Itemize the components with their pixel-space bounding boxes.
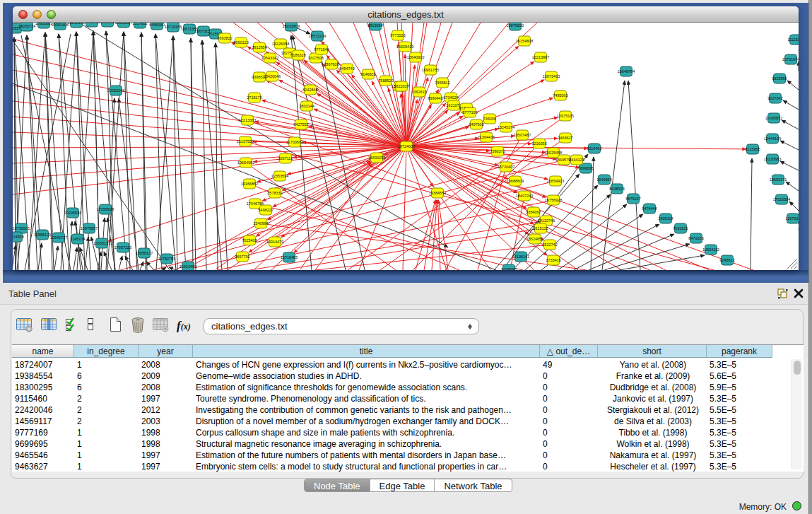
svg-text:9463627: 9463627 <box>558 136 572 140</box>
svg-text:1822037: 1822037 <box>394 84 408 88</box>
svg-text:15716485: 15716485 <box>281 255 298 259</box>
svg-text:16648784: 16648784 <box>618 69 635 74</box>
svg-text:8186328: 8186328 <box>290 53 305 57</box>
svg-text:20206526: 20206526 <box>64 211 81 215</box>
svg-text:16961755: 16961755 <box>422 68 439 72</box>
svg-text:12942737: 12942737 <box>50 235 67 240</box>
svg-text:17359928: 17359928 <box>97 207 114 211</box>
svg-text:17016504: 17016504 <box>773 197 790 201</box>
svg-text:16782759: 16782759 <box>158 257 175 261</box>
svg-text:11123251: 11123251 <box>787 37 799 42</box>
svg-text:9474444: 9474444 <box>642 206 657 211</box>
svg-text:12213967: 12213967 <box>532 55 549 59</box>
svg-text:9699695: 9699695 <box>501 267 516 270</box>
svg-text:18724007: 18724007 <box>398 144 415 148</box>
svg-text:16653338: 16653338 <box>99 23 116 24</box>
svg-text:9777169: 9777169 <box>462 110 477 115</box>
svg-text:8444123: 8444123 <box>569 158 584 162</box>
svg-text:9605212: 9605212 <box>84 23 99 24</box>
svg-text:6899695: 6899695 <box>578 166 593 170</box>
svg-text:8215955: 8215955 <box>745 147 760 151</box>
svg-text:8660123: 8660123 <box>233 40 248 45</box>
svg-text:12505135: 12505135 <box>93 241 110 245</box>
svg-text:6216055: 6216055 <box>531 141 546 146</box>
svg-text:9914553: 9914553 <box>13 235 24 239</box>
svg-text:19166852: 19166852 <box>241 182 258 186</box>
svg-text:3912954: 3912954 <box>252 45 266 49</box>
svg-text:7632621: 7632621 <box>673 226 688 230</box>
svg-text:9327508: 9327508 <box>308 56 323 60</box>
svg-text:1733426: 1733426 <box>546 258 560 262</box>
svg-text:10719155: 10719155 <box>165 25 182 29</box>
svg-text:16154808: 16154808 <box>516 39 533 43</box>
svg-text:8242848: 8242848 <box>302 88 317 92</box>
svg-text:12093872: 12093872 <box>765 116 782 120</box>
svg-text:10210683: 10210683 <box>764 157 781 161</box>
svg-text:21364436: 21364436 <box>478 135 495 139</box>
svg-text:1362615: 1362615 <box>411 90 426 94</box>
svg-text:6734024: 6734024 <box>443 95 458 100</box>
svg-text:2803144: 2803144 <box>299 104 314 108</box>
svg-text:19654982: 19654982 <box>237 160 254 165</box>
svg-text:14055724: 14055724 <box>18 24 35 28</box>
svg-text:10688609: 10688609 <box>507 179 524 183</box>
svg-text:18755001: 18755001 <box>13 226 30 230</box>
svg-text:7386372: 7386372 <box>490 149 505 153</box>
svg-text:15720407: 15720407 <box>498 165 514 169</box>
svg-text:9227342: 9227342 <box>767 96 782 100</box>
svg-text:10507487: 10507487 <box>514 133 531 137</box>
svg-text:8938923: 8938923 <box>609 187 624 191</box>
svg-text:10655267: 10655267 <box>115 23 132 25</box>
svg-text:7588520: 7588520 <box>378 78 393 83</box>
svg-text:12923468: 12923468 <box>180 264 196 269</box>
svg-text:1145134: 1145134 <box>70 237 85 241</box>
svg-text:10654112: 10654112 <box>702 247 719 252</box>
svg-text:9329996: 9329996 <box>772 76 787 81</box>
svg-text:1540994: 1540994 <box>253 221 268 226</box>
svg-text:18572224: 18572224 <box>309 34 326 38</box>
svg-text:1640954: 1640954 <box>596 177 611 182</box>
svg-text:9245612: 9245612 <box>719 258 734 262</box>
svg-text:9657791: 9657791 <box>235 255 249 259</box>
svg-text:23420046: 23420046 <box>264 74 281 78</box>
svg-text:8471626: 8471626 <box>688 236 703 240</box>
svg-text:18407249: 18407249 <box>516 194 533 198</box>
svg-text:18300295: 18300295 <box>368 156 385 160</box>
svg-text:11700662: 11700662 <box>286 140 303 144</box>
svg-text:2718170: 2718170 <box>247 95 261 100</box>
svg-text:8990443: 8990443 <box>428 96 442 100</box>
svg-text:10025458: 10025458 <box>545 151 562 155</box>
svg-text:12353594: 12353594 <box>271 174 288 178</box>
svg-text:7955812: 7955812 <box>435 81 449 85</box>
svg-text:20876820: 20876820 <box>507 23 524 28</box>
svg-text:1527602: 1527602 <box>132 23 147 25</box>
svg-text:5498222: 5498222 <box>258 208 273 212</box>
svg-text:19756928: 19756928 <box>545 198 562 202</box>
svg-text:7625402: 7625402 <box>242 238 257 243</box>
svg-text:15692371: 15692371 <box>770 177 787 182</box>
svg-text:9771546: 9771546 <box>314 47 329 52</box>
svg-text:6497508: 6497508 <box>469 122 483 127</box>
svg-text:10975857: 10975857 <box>81 226 98 230</box>
svg-text:13245374: 13245374 <box>498 125 514 129</box>
svg-text:12444139: 12444139 <box>764 136 781 141</box>
svg-text:20053346: 20053346 <box>107 88 124 93</box>
svg-text:9115460: 9115460 <box>587 146 601 151</box>
svg-text:16107552: 16107552 <box>237 139 254 144</box>
svg-text:16033809: 16033809 <box>283 24 300 28</box>
svg-text:17957225: 17957225 <box>114 245 131 250</box>
svg-text:1615132: 1615132 <box>533 226 548 230</box>
svg-text:19384554: 19384554 <box>429 191 446 195</box>
svg-text:12975115: 12975115 <box>557 114 574 118</box>
svg-text:6466160: 6466160 <box>149 23 164 27</box>
svg-text:10973493: 10973493 <box>543 74 560 78</box>
svg-text:10543342: 10543342 <box>261 56 278 60</box>
svg-text:13524851: 13524851 <box>526 237 543 241</box>
svg-text:14914479: 14914479 <box>266 240 283 244</box>
svg-text:3578332: 3578332 <box>267 191 282 195</box>
svg-text:11568129: 11568129 <box>34 233 51 237</box>
svg-text:16858108: 16858108 <box>68 23 85 25</box>
svg-text:15751074: 15751074 <box>782 57 799 62</box>
svg-text:6879197: 6879197 <box>625 197 640 201</box>
svg-text:746206: 746206 <box>483 117 496 121</box>
